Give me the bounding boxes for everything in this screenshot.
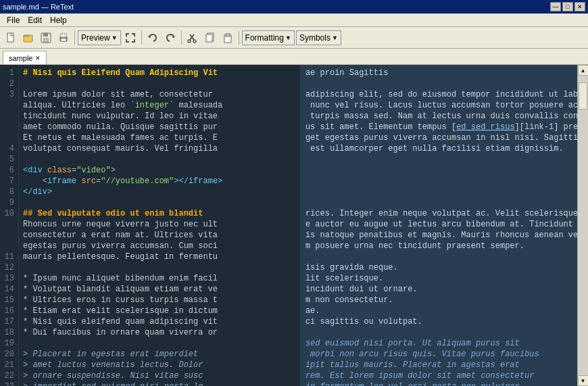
- window-controls: — □ ✕: [550, 2, 585, 11]
- close-button[interactable]: ✕: [574, 2, 585, 11]
- svg-rect-8: [61, 39, 66, 41]
- cut-button[interactable]: [185, 30, 201, 46]
- tabbar: sample ✕: [0, 49, 588, 65]
- titlebar: sample.md — ReText — □ ✕: [0, 0, 588, 14]
- svg-rect-14: [206, 34, 212, 42]
- svg-rect-16: [226, 34, 230, 37]
- separator-4: [239, 31, 239, 45]
- redo-button[interactable]: [162, 30, 178, 46]
- formatting-label: Formatting: [245, 33, 284, 43]
- svg-point-11: [188, 40, 191, 43]
- menu-edit[interactable]: Edit: [24, 14, 46, 26]
- scroll-track[interactable]: [578, 76, 588, 375]
- symbols-dropdown[interactable]: Symbols ▼: [296, 30, 341, 45]
- tab-sample[interactable]: sample ✕: [3, 51, 47, 64]
- title-text: sample.md — ReText: [3, 3, 74, 11]
- formatting-dropdown[interactable]: Formatting ▼: [242, 30, 295, 45]
- main-area: 1 2 3 4 5 6 7 8 9 10 11 12 13 14 15 16 1…: [0, 65, 588, 386]
- symbols-arrow: ▼: [332, 34, 338, 41]
- scroll-down-button[interactable]: ▼: [578, 375, 589, 386]
- open-button[interactable]: [20, 30, 36, 46]
- svg-rect-7: [61, 34, 66, 37]
- scroll-up-button[interactable]: ▲: [578, 65, 589, 76]
- scroll-thumb[interactable]: [579, 82, 587, 110]
- separator-2: [141, 31, 142, 45]
- svg-point-12: [193, 40, 196, 43]
- print-button[interactable]: [55, 30, 72, 46]
- menu-help[interactable]: Help: [46, 14, 71, 26]
- tab-close-button[interactable]: ✕: [35, 55, 41, 62]
- menubar: File Edit Help: [0, 14, 588, 27]
- new-button[interactable]: [3, 30, 19, 46]
- scrollbar[interactable]: ▲ ▼: [577, 65, 588, 386]
- separator-1: [74, 31, 75, 45]
- svg-rect-5: [44, 39, 48, 42]
- editor-left[interactable]: 1 2 3 4 5 6 7 8 9 10 11 12 13 14 15 16 1…: [0, 65, 300, 386]
- undo-button[interactable]: [145, 30, 161, 46]
- preview-arrow: ▼: [112, 34, 118, 41]
- save-button[interactable]: [38, 30, 54, 46]
- symbols-label: Symbols: [299, 33, 330, 43]
- svg-rect-4: [43, 33, 48, 37]
- maximize-button[interactable]: □: [562, 2, 573, 11]
- fullscreen-button[interactable]: [122, 30, 139, 46]
- paste-button[interactable]: [220, 30, 236, 46]
- preview-label: Preview: [81, 33, 110, 43]
- minimize-button[interactable]: —: [550, 2, 561, 11]
- separator-3: [181, 31, 182, 45]
- editor-right: ae proin Sagittis adipiscing elit, sed d…: [300, 65, 577, 386]
- copy-button[interactable]: [202, 30, 218, 46]
- preview-dropdown[interactable]: Preview ▼: [78, 30, 121, 45]
- tab-label: sample: [9, 54, 32, 62]
- formatting-arrow: ▼: [285, 34, 291, 41]
- code-content[interactable]: # Nisi quis Eleifend Quam Adipiscing Vit…: [19, 65, 300, 386]
- menu-file[interactable]: File: [3, 14, 24, 26]
- toolbar: Preview ▼ Formatting ▼ Symbols ▼: [0, 27, 588, 49]
- line-numbers: 1 2 3 4 5 6 7 8 9 10 11 12 13 14 15 16 1…: [0, 65, 19, 386]
